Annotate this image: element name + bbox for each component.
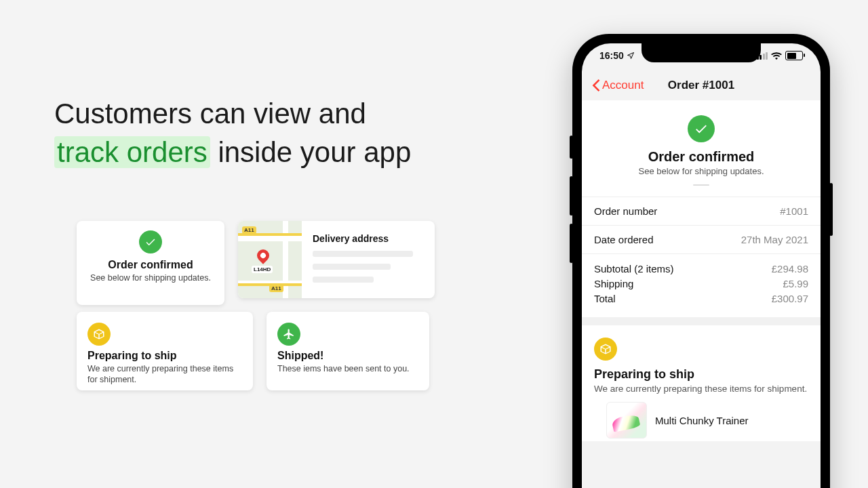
wifi-icon xyxy=(771,52,782,60)
address-line-placeholder xyxy=(313,264,391,270)
phone-side-button xyxy=(570,136,573,159)
card-title: Shipped! xyxy=(277,350,418,362)
shipment-panel: Preparing to ship We are currently prepa… xyxy=(582,325,821,441)
plane-icon xyxy=(277,323,300,346)
address-line-placeholder xyxy=(313,251,413,257)
phone-mockup: 16:50 Account Order #1001 xyxy=(572,34,830,488)
marketing-headline: Customers can view and track orders insi… xyxy=(54,95,411,171)
nav-bar: Account Order #1001 xyxy=(582,70,821,100)
location-arrow-icon xyxy=(627,52,635,60)
check-icon xyxy=(688,115,715,142)
card-order-confirmed: Order confirmed See below for shipping u… xyxy=(77,221,224,305)
road-shield: A11 xyxy=(242,226,256,234)
divider xyxy=(693,184,709,186)
phone-notch xyxy=(642,43,761,62)
phone-side-button xyxy=(570,224,573,263)
order-hero: Order confirmed See below for shipping u… xyxy=(582,100,821,197)
card-delivery-address: A11 A11 L14HD Delivery address xyxy=(238,221,435,298)
order-screen[interactable]: Order confirmed See below for shipping u… xyxy=(582,100,821,488)
road-shield: A11 xyxy=(269,285,283,292)
card-sub: We are currently preparing these items f… xyxy=(87,363,242,386)
hero-sub: See below for shipping updates. xyxy=(594,166,808,176)
row-order-number: Order number #1001 xyxy=(582,197,821,225)
back-button[interactable]: Account xyxy=(591,79,644,92)
section-gap xyxy=(582,317,821,325)
box-icon xyxy=(87,323,111,346)
card-title: Preparing to ship xyxy=(87,350,242,362)
row-date-ordered: Date ordered 27th May 2021 xyxy=(582,225,821,253)
card-preparing: Preparing to ship We are currently prepa… xyxy=(77,312,253,390)
card-sub: See below for shipping updates. xyxy=(77,272,224,283)
card-title: Order confirmed xyxy=(77,259,224,271)
headline-line2-rest: inside your app xyxy=(210,136,412,168)
status-time: 16:50 xyxy=(599,50,624,61)
shipment-sub: We are currently preparing these items f… xyxy=(594,383,808,395)
phone-side-button xyxy=(829,183,833,236)
card-title: Delivery address xyxy=(313,233,424,244)
phone-side-button xyxy=(570,176,573,216)
hero-title: Order confirmed xyxy=(594,149,808,165)
back-label: Account xyxy=(602,79,644,92)
headline-line1: Customers can view and xyxy=(54,98,366,129)
nav-title: Order #1001 xyxy=(668,79,734,92)
address-line-placeholder xyxy=(313,277,374,283)
shipment-title: Preparing to ship xyxy=(594,367,808,382)
product-name: Multi Chunky Trainer xyxy=(655,415,749,426)
card-sub: These iems have been sent to you. xyxy=(277,363,418,374)
mini-map: A11 A11 L14HD xyxy=(238,221,302,298)
product-thumb xyxy=(606,402,647,439)
chevron-left-icon xyxy=(591,79,601,92)
line-item[interactable]: Multi Chunky Trainer xyxy=(594,395,808,439)
order-totals: Subtotal (2 items)£294.98 Shipping£5.99 … xyxy=(582,253,821,317)
check-icon xyxy=(139,230,162,253)
battery-icon xyxy=(785,51,803,60)
card-shipped: Shipped! These iems have been sent to yo… xyxy=(267,312,429,390)
map-postcode: L14HD xyxy=(252,266,273,273)
headline-highlight: track orders xyxy=(54,136,210,168)
order-details: Order number #1001 Date ordered 27th May… xyxy=(582,197,821,317)
map-pin-icon xyxy=(254,247,271,264)
box-icon xyxy=(594,338,617,361)
